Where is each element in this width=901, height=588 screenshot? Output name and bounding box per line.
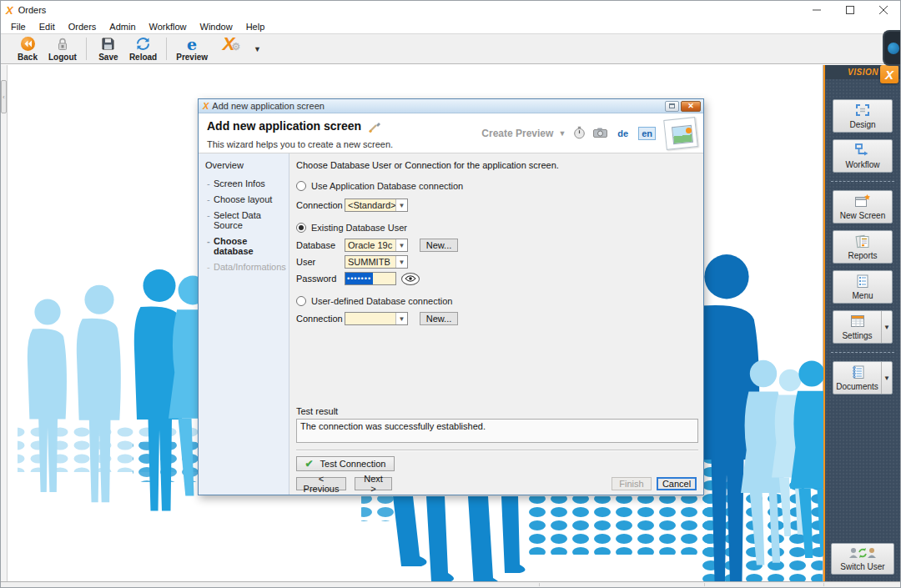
menu-file[interactable]: File xyxy=(4,20,33,33)
previous-button[interactable]: < Previous xyxy=(296,477,346,490)
connection2-new-button[interactable]: New... xyxy=(420,312,458,325)
password-masked-value: ••••••• xyxy=(345,273,373,284)
user-row: User SUMMITB ▼ xyxy=(296,255,698,269)
database-row: Database Oracle 19c ▼ New... xyxy=(296,239,698,252)
new-screen-icon xyxy=(854,193,871,210)
minimize-button[interactable] xyxy=(800,1,833,19)
preview-thumbnail-icon[interactable] xyxy=(665,118,697,148)
dialog-x-icon: X xyxy=(203,101,209,111)
settings-dropdown-button[interactable]: ▼ xyxy=(881,311,892,343)
camera-icon[interactable] xyxy=(593,128,607,139)
check-icon: ✔ xyxy=(305,458,314,470)
next-button[interactable]: Next > xyxy=(355,477,392,490)
app-window: X Orders File Edit Orders Admin Workflow… xyxy=(0,0,901,588)
timer-icon[interactable] xyxy=(573,126,586,141)
option-existing-user[interactable]: Existing Database User xyxy=(296,223,698,233)
step-screen-infos[interactable]: Screen Infos xyxy=(205,178,284,188)
vision-brand-label: VISION xyxy=(848,68,878,77)
workflow-icon xyxy=(854,143,871,159)
preview-button[interactable]: e Preview xyxy=(172,34,212,63)
menu-window[interactable]: Window xyxy=(194,20,239,33)
menu-list-icon xyxy=(854,274,871,290)
window-titlebar: X Orders xyxy=(1,1,900,19)
step-choose-layout[interactable]: Choose layout xyxy=(205,194,284,204)
finish-button: Finish xyxy=(612,477,652,490)
save-button[interactable]: Save xyxy=(92,34,125,63)
password-input[interactable]: ••••••• xyxy=(345,272,396,285)
dialog-titlebar[interactable]: X Add new application screen ✕ xyxy=(199,99,703,113)
user-combobox[interactable]: SUMMITB ▼ xyxy=(345,255,408,269)
documents-button[interactable]: Documents ▼ xyxy=(833,361,893,395)
step-select-data-source[interactable]: Select Data Source xyxy=(205,210,284,230)
toolbar-dropdown-caret[interactable]: ▼ xyxy=(254,45,261,53)
form-instruction: Choose Database User or Connection for t… xyxy=(296,160,698,170)
separator xyxy=(296,450,698,451)
dialog-title: Add new application screen xyxy=(212,101,325,111)
visionx-gear-icon: X⚙ xyxy=(223,37,235,52)
back-button[interactable]: Back xyxy=(11,34,44,63)
option-user-defined[interactable]: User-defined Database connection xyxy=(296,296,698,306)
new-screen-button[interactable]: New Screen xyxy=(833,190,893,224)
workspace: ‹ xyxy=(1,65,823,581)
connection-label: Connection xyxy=(296,200,345,210)
documents-dropdown-button[interactable]: ▼ xyxy=(881,362,892,394)
design-button[interactable]: Design xyxy=(833,99,893,133)
cancel-button[interactable]: Cancel xyxy=(657,477,697,490)
step-choose-database[interactable]: Choose database xyxy=(205,236,284,256)
dialog-maximize-button[interactable] xyxy=(665,101,679,112)
close-button[interactable] xyxy=(867,1,900,19)
connection-combobox[interactable]: <Standard> ▼ xyxy=(345,199,408,212)
back-icon xyxy=(21,37,35,52)
reload-button[interactable]: Reload xyxy=(125,34,161,63)
toolbar-separator xyxy=(166,38,167,60)
menu-button[interactable]: Menu xyxy=(833,270,893,304)
dialog-close-button[interactable]: ✕ xyxy=(681,101,701,112)
maximize-button[interactable] xyxy=(833,1,867,19)
connection2-combobox[interactable]: ▼ xyxy=(345,312,408,325)
lang-en-button[interactable]: en xyxy=(638,127,656,140)
visionx-tool-button[interactable]: X⚙ xyxy=(212,34,245,63)
logout-button[interactable]: Logout xyxy=(44,34,81,63)
radio-unchecked-icon[interactable] xyxy=(296,296,306,306)
dialog-header: Add new application screen This wizard h… xyxy=(199,113,703,153)
splitter-handle-icon[interactable]: ‹ xyxy=(1,80,7,113)
assistant-icon xyxy=(888,43,899,54)
menu-help[interactable]: Help xyxy=(239,20,272,33)
radio-unchecked-icon[interactable] xyxy=(296,181,306,191)
reports-button[interactable]: Reports xyxy=(833,230,893,264)
test-result-box: The connection was successfully establis… xyxy=(296,419,698,443)
connection2-row: Connection ▼ New... xyxy=(296,312,698,325)
left-splitter[interactable]: ‹ xyxy=(1,65,8,581)
switch-user-button[interactable]: Switch User xyxy=(831,543,894,575)
lang-de-button[interactable]: de xyxy=(615,128,631,139)
menu-orders[interactable]: Orders xyxy=(62,20,103,33)
create-preview-button[interactable]: Create Preview ▼ xyxy=(481,128,566,139)
database-combobox[interactable]: Oracle 19c ▼ xyxy=(345,239,408,252)
add-screen-dialog: X Add new application screen ✕ Add new a… xyxy=(198,98,704,495)
window-title: Orders xyxy=(18,5,47,15)
test-connection-button[interactable]: ✔ Test Connection xyxy=(296,456,395,471)
workflow-button[interactable]: Workflow xyxy=(833,139,893,173)
floating-assistant-widget[interactable] xyxy=(883,30,900,66)
panel-separator xyxy=(831,352,894,353)
menu-edit[interactable]: Edit xyxy=(33,20,62,33)
save-icon xyxy=(101,37,115,52)
test-result-label: Test result xyxy=(296,406,698,416)
connection-row: Connection <Standard> ▼ xyxy=(296,199,698,212)
database-new-button[interactable]: New... xyxy=(420,239,458,252)
chevron-down-icon[interactable]: ▼ xyxy=(395,256,407,268)
password-row: Password ••••••• xyxy=(296,272,698,285)
menu-admin[interactable]: Admin xyxy=(103,20,142,33)
option-app-connection[interactable]: Use Application Database connection xyxy=(296,181,698,191)
chevron-down-icon[interactable]: ▼ xyxy=(395,313,407,324)
chevron-down-icon[interactable]: ▼ xyxy=(395,199,407,211)
chevron-down-icon[interactable]: ▼ xyxy=(395,239,407,251)
show-password-button[interactable] xyxy=(401,273,420,285)
switch-user-icon xyxy=(848,546,877,562)
radio-checked-icon[interactable] xyxy=(296,223,306,233)
eye-icon xyxy=(405,275,416,282)
settings-button[interactable]: Settings ▼ xyxy=(833,310,893,344)
password-label: Password xyxy=(296,274,345,284)
connection2-label: Connection xyxy=(296,314,345,324)
menu-workflow[interactable]: Workflow xyxy=(143,20,194,33)
